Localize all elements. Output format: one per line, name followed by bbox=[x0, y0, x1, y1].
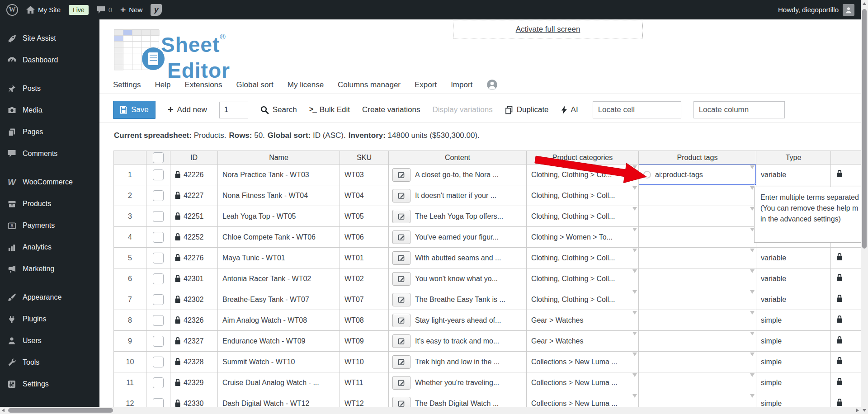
cell-product-tags[interactable] bbox=[639, 352, 756, 372]
new-menu[interactable]: + New bbox=[120, 5, 142, 14]
column-header-select-all[interactable] bbox=[146, 151, 170, 165]
cell-sku[interactable]: WT08 bbox=[340, 310, 389, 331]
sidebar-item-pages[interactable]: Pages bbox=[0, 121, 99, 143]
cell-id[interactable]: 42276 bbox=[170, 248, 218, 268]
sidebar-item-products[interactable]: Products bbox=[0, 193, 99, 215]
cell-content[interactable]: Whether you're traveling... bbox=[389, 372, 527, 393]
cell-product-categories[interactable]: Gear > Watches bbox=[527, 331, 639, 352]
horizontal-scrollbar[interactable] bbox=[0, 407, 861, 414]
cell-type[interactable]: simple bbox=[756, 310, 831, 331]
cell-variations[interactable] bbox=[831, 310, 861, 331]
column-header-var[interactable]: Var bbox=[831, 151, 861, 165]
cell-type[interactable]: variable bbox=[756, 165, 831, 185]
cell-id[interactable]: 42227 bbox=[170, 185, 218, 206]
cell-name[interactable]: Maya Tunic - WT01 bbox=[218, 248, 340, 268]
cell-id[interactable]: 42328 bbox=[170, 352, 218, 372]
user-avatar[interactable] bbox=[843, 4, 854, 16]
cell-product-tags[interactable] bbox=[639, 248, 756, 268]
row-number[interactable]: 9 bbox=[114, 331, 146, 352]
row-checkbox[interactable] bbox=[153, 315, 164, 326]
cell-fill-handle[interactable] bbox=[754, 183, 756, 185]
cell-sku[interactable]: WT09 bbox=[340, 331, 389, 352]
comments-menu[interactable]: 0 bbox=[97, 6, 112, 14]
cell-variations[interactable] bbox=[831, 268, 861, 289]
cell-name[interactable]: Summit Watch - WT10 bbox=[218, 352, 340, 372]
sidebar-item-plugins[interactable]: Plugins bbox=[0, 308, 99, 330]
column-header-sku[interactable]: SKU bbox=[340, 151, 389, 165]
row-number[interactable]: 6 bbox=[114, 268, 146, 289]
cell-name[interactable]: Antonia Racer Tank - WT02 bbox=[218, 268, 340, 289]
cell-content[interactable]: Trek high and low in the ... bbox=[389, 352, 527, 372]
menu-item-import[interactable]: Import bbox=[451, 80, 472, 89]
my-site-menu[interactable]: My Site bbox=[26, 6, 61, 14]
cell-type[interactable]: variable bbox=[756, 268, 831, 289]
ai-button[interactable]: AI bbox=[561, 105, 578, 114]
cell-content[interactable]: The Leah Yoga Top offers... bbox=[389, 206, 527, 227]
cell-product-categories[interactable]: Collections > New Luma ... bbox=[527, 352, 639, 372]
cell-sku[interactable]: WT02 bbox=[340, 268, 389, 289]
cell-variations[interactable] bbox=[831, 331, 861, 352]
sidebar-item-comments[interactable]: Comments bbox=[0, 143, 99, 165]
edit-content-button[interactable] bbox=[392, 231, 410, 244]
edit-content-button[interactable] bbox=[392, 251, 410, 265]
edit-content-button[interactable] bbox=[392, 355, 410, 369]
cell-name[interactable]: Cruise Dual Analog Watch - ... bbox=[218, 372, 340, 393]
row-number[interactable]: 10 bbox=[114, 352, 146, 372]
cell-id[interactable]: 42226 bbox=[170, 165, 218, 185]
edit-content-button[interactable] bbox=[392, 272, 410, 286]
menu-item-global-sort[interactable]: Global sort bbox=[236, 80, 274, 89]
menu-item-export[interactable]: Export bbox=[415, 80, 437, 89]
cell-id[interactable]: 42251 bbox=[170, 206, 218, 227]
column-header-name[interactable]: Name bbox=[218, 151, 340, 165]
cell-variations[interactable] bbox=[831, 289, 861, 310]
cell-sku[interactable]: WT01 bbox=[340, 248, 389, 268]
cell-product-categories[interactable]: Clothing, Clothing > Coll... bbox=[527, 185, 639, 206]
cell-sku[interactable]: WT03 bbox=[340, 165, 389, 185]
add-count-input[interactable] bbox=[219, 102, 248, 118]
row-number[interactable]: 8 bbox=[114, 310, 146, 331]
edit-content-button[interactable] bbox=[392, 376, 410, 390]
row-checkbox[interactable] bbox=[153, 273, 164, 284]
row-checkbox[interactable] bbox=[153, 294, 164, 305]
sidebar-item-dashboard[interactable]: Dashboard bbox=[0, 49, 99, 71]
row-number[interactable]: 5 bbox=[114, 248, 146, 268]
cell-product-categories[interactable]: Clothing, Clothing > Coll... bbox=[527, 268, 639, 289]
cell-type[interactable]: simple bbox=[756, 352, 831, 372]
cell-sku[interactable]: WT07 bbox=[340, 289, 389, 310]
cell-variations[interactable] bbox=[831, 372, 861, 393]
wordpress-logo-icon[interactable]: W bbox=[6, 4, 18, 16]
cell-sku[interactable]: WT06 bbox=[340, 227, 389, 248]
cell-variations[interactable] bbox=[831, 352, 861, 372]
create-variations-button[interactable]: Create variations bbox=[362, 105, 420, 114]
cell-product-tags[interactable] bbox=[639, 227, 756, 248]
cell-content[interactable]: Stay light-years ahead of... bbox=[389, 310, 527, 331]
cell-id[interactable]: 42327 bbox=[170, 331, 218, 352]
cell-name[interactable]: Chloe Compete Tank - WT06 bbox=[218, 227, 340, 248]
yoast-seo-icon[interactable]: y bbox=[151, 4, 162, 16]
sidebar-item-tools[interactable]: Tools bbox=[0, 352, 99, 373]
sidebar-item-payments[interactable]: $Payments bbox=[0, 215, 99, 236]
cell-name[interactable]: Leah Yoga Top - WT05 bbox=[218, 206, 340, 227]
column-header-row-number[interactable] bbox=[114, 151, 146, 165]
cell-product-tags[interactable] bbox=[639, 185, 756, 206]
cell-product-tags[interactable] bbox=[639, 206, 756, 227]
vertical-scrollbar[interactable] bbox=[861, 0, 868, 414]
edit-content-button[interactable] bbox=[392, 314, 410, 327]
row-checkbox[interactable] bbox=[153, 357, 164, 367]
duplicate-button[interactable]: Duplicate bbox=[505, 105, 549, 114]
menu-item-my-license[interactable]: My license bbox=[288, 80, 324, 89]
cell-name[interactable]: Endurance Watch - WT09 bbox=[218, 331, 340, 352]
cell-content[interactable]: It's easy to track and mo... bbox=[389, 331, 527, 352]
cell-product-categories[interactable]: Clothing, Clothing > Coll... bbox=[527, 206, 639, 227]
row-checkbox[interactable] bbox=[153, 190, 164, 201]
cell-content[interactable]: You won't know what yo... bbox=[389, 268, 527, 289]
column-header-type[interactable]: Type bbox=[756, 151, 831, 165]
cell-variations[interactable] bbox=[831, 248, 861, 268]
column-header-content[interactable]: Content bbox=[389, 151, 527, 165]
bulk-edit-button[interactable]: >_ Bulk Edit bbox=[309, 105, 350, 114]
sidebar-item-settings[interactable]: Settings bbox=[0, 373, 99, 395]
cell-product-categories[interactable]: Clothing, Clothing > Coll... bbox=[527, 289, 639, 310]
sidebar-item-woocommerce[interactable]: WWooCommerce bbox=[0, 171, 99, 193]
cell-id[interactable]: 42302 bbox=[170, 289, 218, 310]
cell-id[interactable]: 42252 bbox=[170, 227, 218, 248]
